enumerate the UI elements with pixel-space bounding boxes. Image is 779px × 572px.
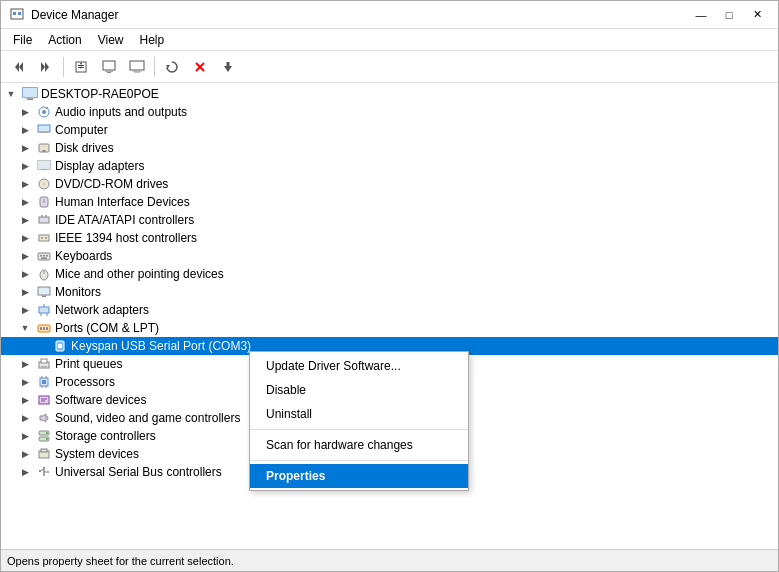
- svg-rect-2: [18, 12, 21, 15]
- disk-expand[interactable]: ▶: [17, 140, 33, 156]
- back-button[interactable]: [5, 54, 31, 80]
- svg-rect-85: [41, 449, 47, 452]
- hid-expand[interactable]: ▶: [17, 194, 33, 210]
- tree-root[interactable]: ▼ DESKTOP-RAE0POE: [1, 85, 778, 103]
- print-expand[interactable]: ▶: [17, 356, 33, 372]
- print-icon: [36, 356, 52, 372]
- mice-expand[interactable]: ▶: [17, 266, 33, 282]
- menu-help[interactable]: Help: [132, 31, 173, 49]
- tree-item-ide[interactable]: ▶ IDE ATA/ATAPI controllers: [1, 211, 778, 229]
- svg-rect-26: [27, 99, 33, 101]
- keyboard-expand[interactable]: ▶: [17, 248, 33, 264]
- maximize-button[interactable]: □: [716, 5, 742, 25]
- forward-button[interactable]: [33, 54, 59, 80]
- tree-item-disk[interactable]: ▶ Disk drives: [1, 139, 778, 157]
- ieee-expand[interactable]: ▶: [17, 230, 33, 246]
- mice-label: Mice and other pointing devices: [55, 267, 776, 281]
- svg-rect-69: [41, 366, 47, 367]
- ports-expand[interactable]: ▼: [17, 320, 33, 336]
- ctx-uninstall[interactable]: Uninstall: [250, 402, 468, 426]
- svg-rect-76: [39, 396, 49, 404]
- system-expand[interactable]: ▶: [17, 446, 33, 462]
- svg-marker-3: [15, 62, 19, 72]
- software-expand[interactable]: ▶: [17, 392, 33, 408]
- usb-expand[interactable]: ▶: [17, 464, 33, 480]
- svg-rect-41: [39, 217, 49, 223]
- svg-point-46: [45, 237, 47, 239]
- tree-item-display[interactable]: ▶ Display adapters: [1, 157, 778, 175]
- title-bar: Device Manager — □ ✕: [1, 1, 778, 29]
- hid-icon: [36, 194, 52, 210]
- storage-icon: [36, 428, 52, 444]
- menu-action[interactable]: Action: [40, 31, 89, 49]
- tree-item-audio[interactable]: ▶ Audio inputs and outputs: [1, 103, 778, 121]
- menu-file[interactable]: File: [5, 31, 40, 49]
- ide-label: IDE ATA/ATAPI controllers: [55, 213, 776, 227]
- menu-bar: File Action View Help: [1, 29, 778, 51]
- device-manager-button[interactable]: [96, 54, 122, 80]
- svg-rect-54: [38, 287, 50, 295]
- tree-item-ports[interactable]: ▼ Ports (COM & LPT): [1, 319, 778, 337]
- tree-item-mice[interactable]: ▶ Mice and other pointing devices: [1, 265, 778, 283]
- svg-marker-6: [41, 62, 45, 72]
- tree-item-dvd[interactable]: ▶ DVD/CD-ROM drives: [1, 175, 778, 193]
- sound-expand[interactable]: ▶: [17, 410, 33, 426]
- ide-expand[interactable]: ▶: [17, 212, 33, 228]
- update-button[interactable]: [215, 54, 241, 80]
- svg-rect-89: [39, 470, 41, 472]
- close-button[interactable]: ✕: [744, 5, 770, 25]
- svg-rect-0: [11, 9, 23, 19]
- svg-point-45: [41, 237, 43, 239]
- svg-rect-25: [25, 97, 35, 99]
- title-controls: — □ ✕: [688, 5, 770, 25]
- svg-rect-15: [130, 61, 144, 70]
- storage-expand[interactable]: ▶: [17, 428, 33, 444]
- svg-rect-43: [45, 215, 47, 218]
- menu-view[interactable]: View: [90, 31, 132, 49]
- keyboard-icon: [36, 248, 52, 264]
- ctx-scan[interactable]: Scan for hardware changes: [250, 433, 468, 457]
- monitors-label: Monitors: [55, 285, 776, 299]
- svg-rect-49: [43, 255, 45, 257]
- tree-item-computer[interactable]: ▶ Computer: [1, 121, 778, 139]
- network-expand[interactable]: ▶: [17, 302, 33, 318]
- svg-rect-31: [40, 132, 48, 133]
- svg-rect-44: [39, 235, 49, 241]
- tree-panel[interactable]: ▼ DESKTOP-RAE0POE ▶: [1, 83, 778, 549]
- minimize-button[interactable]: —: [688, 5, 714, 25]
- ctx-properties[interactable]: Properties: [250, 464, 468, 488]
- audio-label: Audio inputs and outputs: [55, 105, 776, 119]
- ctx-disable[interactable]: Disable: [250, 378, 468, 402]
- system-icon: [36, 446, 52, 462]
- root-expand[interactable]: ▼: [3, 86, 19, 102]
- status-text: Opens property sheet for the current sel…: [7, 555, 234, 567]
- svg-point-28: [42, 110, 46, 114]
- audio-icon: [36, 104, 52, 120]
- computer-expand[interactable]: ▶: [17, 122, 33, 138]
- tree-item-ieee[interactable]: ▶ IEEE 1394 host controllers: [1, 229, 778, 247]
- svg-marker-79: [40, 414, 46, 422]
- remove-button[interactable]: [187, 54, 213, 80]
- disk-label: Disk drives: [55, 141, 776, 155]
- dvd-expand[interactable]: ▶: [17, 176, 33, 192]
- tree-item-keyboard[interactable]: ▶ Keyboards: [1, 247, 778, 265]
- svg-rect-16: [132, 70, 142, 72]
- tree-item-monitors[interactable]: ▶ Monitors: [1, 283, 778, 301]
- svg-rect-71: [42, 380, 46, 384]
- tree-item-network[interactable]: ▶ Network adapters: [1, 301, 778, 319]
- properties-button[interactable]: ?: [68, 54, 94, 80]
- status-bar: Opens property sheet for the current sel…: [1, 549, 778, 571]
- scan-button[interactable]: [159, 54, 185, 80]
- computer-button[interactable]: [124, 54, 150, 80]
- svg-rect-42: [41, 215, 43, 218]
- svg-rect-36: [41, 169, 47, 170]
- ports-icon: [36, 320, 52, 336]
- tree-item-hid[interactable]: ▶ Human Interface Devices: [1, 193, 778, 211]
- processors-expand[interactable]: ▶: [17, 374, 33, 390]
- svg-rect-56: [42, 296, 46, 297]
- ctx-update[interactable]: Update Driver Software...: [250, 354, 468, 378]
- dvd-label: DVD/CD-ROM drives: [55, 177, 776, 191]
- audio-expand[interactable]: ▶: [17, 104, 33, 120]
- display-expand[interactable]: ▶: [17, 158, 33, 174]
- monitors-expand[interactable]: ▶: [17, 284, 33, 300]
